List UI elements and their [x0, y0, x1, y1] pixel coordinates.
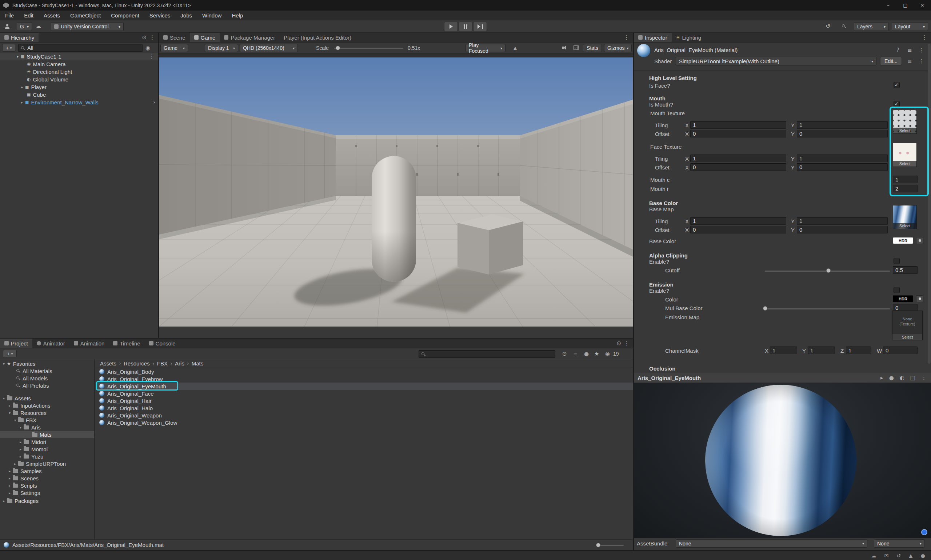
tree-item-assets[interactable]: ▾ Assets — [0, 395, 95, 402]
tree-item-mats[interactable]: Mats — [0, 431, 95, 438]
step-button[interactable] — [473, 22, 487, 31]
tree-item-midori[interactable]: ▸ Midori — [0, 438, 95, 445]
mul-base-color-slider[interactable] — [765, 308, 890, 309]
tree-item-aris[interactable]: ▾ Aris — [0, 424, 95, 431]
hierarchy-item-main-camera[interactable]: ◉ Main Camera — [0, 60, 158, 68]
emission-map-select-button[interactable]: Select — [893, 334, 922, 340]
minimize-button[interactable]: – — [880, 0, 897, 11]
face-tiling-y-field[interactable]: 1 — [797, 155, 888, 162]
cutoff-field[interactable]: 0.5 — [893, 266, 917, 274]
search-icon[interactable] — [842, 24, 846, 28]
account-dropdown[interactable]: G ▾ — [17, 22, 32, 31]
hierarchy-options-icon[interactable]: ⊙ — [140, 34, 149, 41]
mul-base-color-knob[interactable] — [763, 306, 767, 311]
menu-item-gameobject[interactable]: GameObject — [65, 11, 106, 20]
alert-icon[interactable]: ▲ — [909, 553, 913, 558]
hierarchy-item-cube[interactable]: ■ Cube — [0, 91, 158, 98]
favorite-all-prefabs[interactable]: All Prefabs — [0, 382, 95, 389]
base-offset-x-field[interactable]: 0 — [690, 226, 786, 234]
tab-project[interactable]: Project — [0, 338, 32, 348]
breadcrumb-assets[interactable]: Assets — [100, 360, 116, 366]
channel-mask-w-field[interactable]: 0 — [883, 346, 917, 354]
chevron-collapsed-icon[interactable]: ▸ — [21, 85, 23, 89]
menu-item-file[interactable]: File — [0, 11, 19, 20]
preview-window-icon[interactable]: □ — [910, 375, 916, 381]
emission-map-object-field[interactable]: None (Texture) Select — [892, 311, 923, 340]
metrics-icon[interactable] — [574, 45, 579, 50]
project-options-icon[interactable]: ⊙ — [614, 340, 623, 346]
menu-item-component[interactable]: Component — [106, 11, 145, 20]
file-row-hair[interactable]: Aris_Original_Hair — [95, 397, 633, 405]
mouth-offset-x-field[interactable]: 0 — [690, 130, 786, 137]
pause-button[interactable] — [459, 22, 472, 31]
mouth-c-field[interactable]: 1 — [893, 175, 917, 183]
base-color-swatch[interactable]: HDR — [893, 237, 913, 244]
file-row-weapon-glow[interactable]: Aris_Original_Weapon_Glow — [95, 419, 633, 426]
base-color-picker-icon[interactable] — [916, 237, 923, 244]
layers-dropdown[interactable]: Layers ▾ — [854, 22, 889, 31]
thumbnail-size-slider[interactable] — [597, 545, 624, 546]
tab-player-input-actions[interactable]: Player (Input Actions Editor) — [279, 33, 355, 42]
chevron-expanded-icon[interactable]: ▾ — [9, 411, 11, 415]
thumbnail-size-knob[interactable] — [596, 543, 600, 547]
save-search-icon[interactable]: ● — [584, 350, 589, 357]
mouth-r-field[interactable]: 2 — [893, 185, 917, 192]
tree-item-momoi[interactable]: ▸ Momoi — [0, 445, 95, 453]
face-texture-select-button[interactable]: Select — [893, 161, 916, 166]
prefab-open-icon[interactable]: › — [153, 99, 155, 105]
shader-edit-button[interactable]: Edit... — [880, 57, 902, 65]
tree-item-settings[interactable]: ▸ Settings — [0, 489, 95, 496]
undo-history-icon[interactable]: ↺ — [826, 23, 830, 29]
material-preview-area[interactable] — [634, 383, 931, 538]
hierarchy-item-player[interactable]: ▸ ■ Player — [0, 83, 158, 91]
scene-menu-icon[interactable]: ⋮ — [149, 54, 155, 60]
is-face-checkbox[interactable]: ✓ — [894, 82, 900, 88]
chevron-collapsed-icon[interactable]: ▸ — [20, 455, 22, 458]
tab-inspector[interactable]: Inspector — [634, 33, 672, 42]
is-mouth-checkbox[interactable]: ✓ — [894, 101, 900, 107]
hierarchy-scene-row[interactable]: ▾ ■ StudyCase1-1 ⋮ — [0, 53, 158, 60]
fullscreen-toggle-icon[interactable]: ▲ — [514, 45, 517, 52]
tab-scene[interactable]: Scene — [159, 33, 190, 42]
breadcrumb-mats[interactable]: Mats — [192, 360, 204, 366]
project-menu-icon[interactable]: ⋮ — [623, 340, 633, 346]
base-offset-y-field[interactable]: 0 — [797, 226, 888, 234]
account-icon[interactable] — [5, 24, 10, 29]
chevron-collapsed-icon[interactable]: ▸ — [9, 484, 11, 488]
channel-mask-z-field[interactable]: 1 — [846, 346, 871, 354]
emission-enable-checkbox[interactable] — [894, 287, 900, 293]
inspector-scrollbar[interactable] — [928, 44, 931, 364]
tab-animator[interactable]: Animator — [32, 338, 69, 348]
shader-presets-icon[interactable]: ≡ — [907, 57, 912, 65]
alpha-enable-checkbox[interactable] — [894, 258, 900, 264]
emission-color-picker-icon[interactable] — [916, 295, 923, 302]
hierarchy-item-global-volume[interactable]: ◐ Global Volume — [0, 75, 158, 83]
message-icon[interactable]: ✉ — [885, 553, 889, 558]
breadcrumb-resources[interactable]: Resources — [124, 360, 150, 366]
mute-audio-icon[interactable] — [561, 45, 567, 50]
file-row-halo[interactable]: Aris_Original_Halo — [95, 405, 633, 412]
mouth-tiling-x-field[interactable]: 1 — [690, 121, 786, 129]
menu-item-window[interactable]: Window — [197, 11, 226, 20]
hierarchy-item-directional-light[interactable]: ☀ Directional Light — [0, 68, 158, 75]
tab-lighting[interactable]: ☀ Lighting — [672, 33, 706, 42]
version-control-dropdown[interactable]: Unity Version Control ▾ — [51, 22, 124, 31]
hidden-packages-icon[interactable]: ◉ — [605, 350, 610, 357]
chevron-expanded-icon[interactable]: ▾ — [14, 418, 16, 422]
material-preview-header[interactable]: Aris_Original_EyeMouth ▸ ● ◐ □ ⋮ — [634, 373, 931, 383]
chevron-collapsed-icon[interactable]: ▸ — [20, 440, 22, 444]
chevron-collapsed-icon[interactable]: ▸ — [9, 469, 11, 473]
base-tiling-x-field[interactable]: 1 — [690, 217, 786, 225]
display-dropdown[interactable]: Display 1 ▾ — [205, 44, 238, 52]
channel-mask-x-field[interactable]: 1 — [770, 346, 797, 354]
preview-play-icon[interactable]: ▸ — [880, 375, 883, 381]
breadcrumb-fbx[interactable]: FBX — [157, 360, 168, 366]
game-panel-menu-icon[interactable]: ⋮ — [620, 34, 633, 41]
menu-item-jobs[interactable]: Jobs — [175, 11, 197, 20]
tree-item-scenes[interactable]: ▸ Scenes — [0, 475, 95, 482]
game-mode-dropdown[interactable]: Game ▾ — [160, 44, 188, 52]
tab-timeline[interactable]: Timeline — [109, 338, 145, 348]
stats-button[interactable]: Stats — [583, 44, 602, 52]
base-map-select-button[interactable]: Select — [893, 223, 916, 229]
tree-item-packages[interactable]: ▸ Packages — [0, 497, 95, 505]
